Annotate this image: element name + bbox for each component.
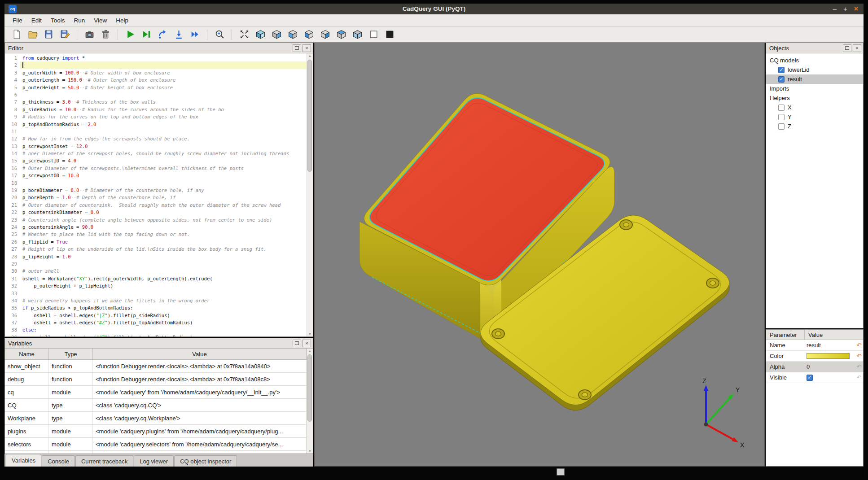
code-area[interactable]: from cadquery import *p_outerWidth = 100… [20,53,307,336]
code-line-38[interactable]: else: [20,326,307,333]
minimize-button[interactable]: – [833,4,837,14]
code-line-17[interactable]: p_screwpostOD = 10.0 [20,172,307,179]
code-line-36[interactable]: oshell = oshell.edges("|Z").fillet(p_sid… [20,312,307,319]
code-line-12[interactable]: # How far in from the edges the screwpos… [20,135,307,142]
code-line-2[interactable] [20,61,307,69]
tree-item-result[interactable]: ✓result [766,74,863,84]
table-row[interactable]: pluginsmodule<module 'cadquery.plugins' … [5,425,307,438]
view-back-icon[interactable] [286,28,299,41]
code-line-34[interactable]: # weird geometry happens if we make the … [20,297,307,304]
scrollbar-thumb[interactable] [307,354,312,422]
undo-icon[interactable]: ↶ [855,342,863,349]
code-line-21[interactable]: # Outer diameter of countersink. Should … [20,201,307,209]
resize-grip[interactable] [557,468,565,476]
code-line-18[interactable] [20,179,307,187]
code-line-3[interactable]: p_outerWidth = 100.0··# Outer width of b… [20,69,307,76]
code-editor[interactable]: 1234567891011121314151617181920212223242… [5,53,313,336]
code-line-29[interactable] [20,260,307,267]
save-icon[interactable] [42,28,55,41]
tab-current-traceback[interactable]: Current traceback [75,455,133,467]
code-line-30[interactable]: # outer shell [20,267,307,275]
param-value[interactable]: result [805,342,855,349]
close-button[interactable]: × [854,4,858,14]
code-line-25[interactable]: # Whether to place the lid with the top … [20,231,307,238]
background-toggle-icon[interactable] [383,28,396,41]
step-icon[interactable] [156,28,169,41]
tree-item-lowerlid[interactable]: ✓lowerLid [766,65,863,74]
viewport-3d[interactable]: Z Y X [314,43,765,467]
checkbox-y[interactable] [778,114,785,120]
view-bottom-icon[interactable] [351,28,364,41]
color-swatch[interactable] [807,353,850,359]
table-row[interactable]: cqmodule<module 'cadquery' from '/home/a… [5,386,307,399]
code-line-27[interactable]: # Height of lip on the underside of the … [20,245,307,253]
code-line-28[interactable]: p_lipHeight = 1.0 [20,253,307,260]
column-header-type[interactable]: Type [49,349,93,359]
table-row[interactable]: Workplanetype<class 'cadquery.cq.Workpla… [5,412,307,425]
checkbox-lowerlid[interactable]: ✓ [778,67,785,73]
code-line-11[interactable] [20,128,307,135]
code-line-1[interactable]: from cadquery import * [20,54,307,61]
code-line-24[interactable]: p_countersinkAngle = 90.0 [20,223,307,231]
menu-view[interactable]: View [89,16,111,25]
code-line-39[interactable]: oshell = oshell.edges("#Z").fillet(p_top… [20,334,307,336]
maximize-button[interactable]: + [843,4,847,14]
table-row[interactable]: CQtype<class 'cadquery.cq.CQ'> [5,399,307,412]
column-header-name[interactable]: Name [5,349,49,359]
continue-icon[interactable] [189,28,201,41]
code-line-37[interactable]: oshell = oshell.edges("#Z").fillet(p_top… [20,319,307,326]
table-row[interactable]: Planetype<class 'cadquery.occ_impl.geom.… [5,451,307,454]
screenshot-icon[interactable] [83,28,96,41]
code-line-4[interactable]: p_outerLength = 150.0··# Outer length of… [20,76,307,83]
scroll-down-arrow[interactable]: ▼ [307,332,313,336]
step-into-icon[interactable] [172,28,185,41]
code-line-16[interactable]: # Outer Diameter of the screwposts.\nDet… [20,165,307,172]
fit-view-icon[interactable] [238,28,250,41]
tab-console[interactable]: Console [42,455,75,467]
view-left-icon[interactable] [302,28,315,41]
param-value[interactable] [805,353,855,359]
code-line-32[interactable]: p_outerHeight + p_lipHeight) [20,282,307,289]
table-row[interactable]: debugfunction<function Debugger.render.<… [5,373,307,386]
tree-item-y[interactable]: Y [766,112,863,122]
code-line-33[interactable] [20,290,307,297]
menu-file[interactable]: File [8,16,27,25]
code-line-7[interactable]: p_thickness = 3.0··# Thickness of the bo… [20,98,307,105]
variables-close-button[interactable]: × [302,340,311,347]
menu-tools[interactable]: Tools [46,16,70,25]
undo-icon[interactable]: ↶ [855,363,863,370]
tree-group-cq-models[interactable]: CQ models [766,56,863,65]
editor-close-button[interactable]: × [302,44,311,52]
column-header-value[interactable]: Value [93,349,307,359]
zoom-icon[interactable] [213,28,226,41]
view-front-icon[interactable] [270,28,283,41]
open-file-icon[interactable] [26,28,39,41]
debug-script-icon[interactable] [140,28,153,41]
run-script-icon[interactable] [124,28,136,41]
tab-cq-object-inspector[interactable]: CQ object inspector [174,455,237,467]
save-as-icon[interactable] [58,28,71,41]
editor-float-button[interactable] [293,44,301,52]
code-line-5[interactable]: p_outerHeight = 50.0··# Outer height of … [20,84,307,91]
code-line-26[interactable]: p_flipLid = True [20,238,307,245]
code-line-10[interactable]: p_topAndBottomRadius = 2.0 [20,121,307,128]
undo-icon[interactable]: ↶ [855,353,863,359]
code-line-23[interactable]: # Countersink angle (complete angle betw… [20,216,307,223]
code-line-20[interactable]: p_boreDepth = 1.0··# Depth of the counte… [20,194,307,201]
variables-scrollbar[interactable]: ▲ ▼ [307,349,313,454]
scrollbar-thumb[interactable] [307,60,312,172]
checkbox-result[interactable]: ✓ [778,76,785,83]
tree-group-helpers[interactable]: Helpers [766,93,863,103]
code-line-15[interactable]: p_screwpostID = 4.0 [20,157,307,164]
tree-item-z[interactable]: Z [766,122,863,131]
wireframe-toggle-icon[interactable] [367,28,380,41]
scroll-up-arrow[interactable]: ▲ [307,349,313,353]
code-line-14[interactable]: # nner Diameter of the screwpost holes, … [20,150,307,157]
checkbox-x[interactable] [778,105,785,111]
code-line-8[interactable]: p_sideRadius = 10.0··# Radius for the cu… [20,106,307,113]
code-line-19[interactable]: p_boreDiameter = 8.0··# Diameter of the … [20,187,307,194]
scroll-up-arrow[interactable]: ▲ [307,53,313,58]
menu-edit[interactable]: Edit [27,16,46,25]
objects-close-button[interactable]: × [853,44,861,52]
tree-group-imports[interactable]: Imports [766,84,863,93]
